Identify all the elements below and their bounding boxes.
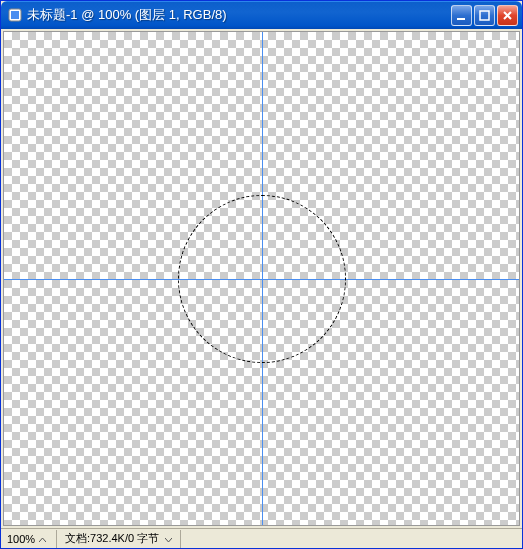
document-info-text: 文档:732.4K/0 字节 bbox=[65, 531, 159, 546]
app-window: 未标题-1 @ 100% (图层 1, RGB/8) bbox=[0, 0, 523, 549]
document-info[interactable]: 文档:732.4K/0 字节 bbox=[57, 530, 181, 548]
window-title: 未标题-1 @ 100% (图层 1, RGB/8) bbox=[27, 6, 451, 24]
app-icon bbox=[7, 7, 23, 23]
maximize-icon bbox=[479, 10, 490, 21]
minimize-icon bbox=[456, 10, 467, 21]
dropdown-arrow-icon bbox=[39, 533, 46, 545]
canvas-area[interactable] bbox=[3, 31, 520, 526]
zoom-value: 100% bbox=[7, 533, 35, 545]
close-icon bbox=[502, 10, 513, 21]
svg-rect-1 bbox=[11, 11, 19, 19]
window-controls bbox=[451, 5, 518, 26]
svg-rect-2 bbox=[457, 18, 465, 20]
svg-rect-3 bbox=[480, 11, 489, 20]
minimize-button[interactable] bbox=[451, 5, 472, 26]
dropdown-arrow-icon bbox=[165, 533, 172, 545]
status-bar: 100% 文档:732.4K/0 字节 bbox=[1, 528, 522, 548]
close-button[interactable] bbox=[497, 5, 518, 26]
maximize-button[interactable] bbox=[474, 5, 495, 26]
selection-marquee-circle[interactable] bbox=[178, 195, 346, 363]
title-bar[interactable]: 未标题-1 @ 100% (图层 1, RGB/8) bbox=[1, 1, 522, 29]
zoom-field[interactable]: 100% bbox=[1, 530, 57, 548]
